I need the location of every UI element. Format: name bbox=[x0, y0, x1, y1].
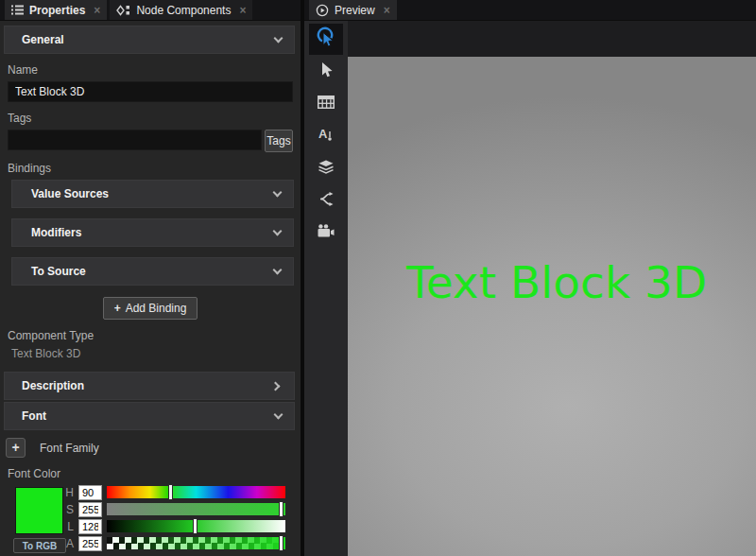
add-binding-label: Add Binding bbox=[126, 302, 187, 315]
properties-content: General Name Tags Tags Bindings Value So… bbox=[0, 21, 301, 556]
section-to-source-label: To Source bbox=[31, 265, 86, 278]
layers-tool[interactable] bbox=[310, 153, 342, 183]
node-components-icon bbox=[116, 5, 130, 16]
plus-icon: + bbox=[114, 302, 121, 315]
section-general-label: General bbox=[22, 33, 64, 46]
name-input[interactable] bbox=[8, 81, 293, 102]
interact-tool-icon bbox=[316, 26, 336, 52]
preview-viewport[interactable]: Text Block 3D bbox=[348, 57, 756, 556]
bindings-label: Bindings bbox=[8, 162, 301, 175]
tags-input[interactable] bbox=[8, 130, 262, 150]
name-label: Name bbox=[8, 63, 301, 77]
tab-preview-label: Preview bbox=[335, 4, 375, 17]
section-font-label: Font bbox=[22, 409, 46, 423]
section-modifiers[interactable]: Modifiers bbox=[11, 218, 294, 247]
lightness-label: L bbox=[65, 520, 74, 533]
hue-value-input[interactable] bbox=[78, 485, 102, 500]
component-type-value: Text Block 3D bbox=[11, 347, 301, 360]
section-value-sources-label: Value Sources bbox=[31, 187, 109, 200]
chevron-down-icon bbox=[273, 265, 283, 274]
tags-button[interactable]: Tags bbox=[265, 130, 293, 152]
hue-slider-handle[interactable] bbox=[168, 484, 173, 500]
tab-node-components-label: Node Components bbox=[136, 4, 231, 17]
add-binding-button[interactable]: +Add Binding bbox=[103, 297, 198, 320]
chevron-down-icon bbox=[273, 187, 283, 197]
saturation-channel-row: S bbox=[65, 502, 285, 516]
table-grid-icon bbox=[318, 96, 335, 113]
alpha-value-input[interactable] bbox=[78, 536, 102, 551]
lightness-slider-handle[interactable] bbox=[193, 518, 198, 534]
section-general[interactable]: General bbox=[4, 26, 295, 54]
tab-properties-label: Properties bbox=[29, 4, 85, 17]
interact-tool[interactable] bbox=[309, 24, 343, 55]
hue-slider[interactable] bbox=[107, 486, 285, 498]
lightness-value-input[interactable] bbox=[78, 519, 102, 534]
select-tool[interactable] bbox=[310, 57, 342, 87]
properties-panel: Properties × Node Components × General N… bbox=[0, 0, 301, 556]
preview-top-strip bbox=[348, 21, 756, 57]
chevron-down-icon bbox=[273, 226, 283, 235]
color-swatch[interactable] bbox=[15, 487, 63, 534]
tab-properties-close-icon[interactable]: × bbox=[94, 5, 100, 16]
preview-toolbar: A bbox=[304, 21, 348, 556]
chevron-down-icon bbox=[274, 33, 284, 43]
right-tabbar: Preview × bbox=[304, 0, 756, 21]
preview-panel: Preview × bbox=[304, 0, 756, 556]
tab-node-components-close-icon[interactable]: × bbox=[239, 5, 246, 16]
tab-preview-close-icon[interactable]: × bbox=[384, 5, 390, 16]
tab-node-components[interactable]: Node Components × bbox=[110, 0, 252, 20]
preview-main: Text Block 3D bbox=[348, 21, 756, 556]
tab-preview[interactable]: Preview × bbox=[309, 0, 397, 20]
svg-text:A: A bbox=[318, 127, 328, 141]
alpha-channel-row: A bbox=[65, 536, 285, 550]
hue-label: H bbox=[65, 486, 74, 499]
alpha-label: A bbox=[65, 537, 74, 550]
lightness-slider[interactable] bbox=[107, 520, 285, 532]
text-analyze-icon: A bbox=[318, 127, 335, 146]
hue-channel-row: H bbox=[65, 485, 285, 499]
font-family-row: + Font Family bbox=[6, 438, 301, 458]
color-channels: H S L bbox=[65, 485, 285, 550]
left-tabbar: Properties × Node Components × bbox=[0, 0, 301, 21]
font-color-label: Font Color bbox=[8, 467, 301, 480]
saturation-value-input[interactable] bbox=[78, 502, 102, 517]
play-circle-icon bbox=[316, 4, 329, 17]
font-family-label: Font Family bbox=[40, 442, 99, 455]
font-color-editor: To RGB H S bbox=[0, 485, 293, 556]
table-tool[interactable] bbox=[310, 89, 342, 119]
branch-connections-icon bbox=[318, 192, 334, 210]
lightness-channel-row: L bbox=[65, 519, 285, 533]
rendered-text-block: Text Block 3D bbox=[406, 256, 707, 308]
component-type-label: Component Type bbox=[8, 329, 301, 342]
alpha-slider-handle[interactable] bbox=[279, 535, 284, 551]
tags-label: Tags bbox=[8, 112, 301, 125]
section-to-source[interactable]: To Source bbox=[11, 257, 294, 286]
tab-properties[interactable]: Properties × bbox=[5, 0, 107, 20]
select-arrow-icon bbox=[318, 61, 334, 82]
connections-tool[interactable] bbox=[310, 185, 342, 216]
layers-icon bbox=[318, 160, 335, 178]
section-modifiers-label: Modifiers bbox=[31, 226, 81, 239]
add-font-family-button[interactable]: + bbox=[6, 438, 26, 458]
saturation-label: S bbox=[65, 503, 74, 516]
alpha-slider[interactable] bbox=[107, 537, 285, 549]
chevron-right-icon bbox=[271, 381, 281, 391]
section-description[interactable]: Description bbox=[4, 372, 295, 400]
list-icon bbox=[11, 5, 24, 15]
saturation-slider-handle[interactable] bbox=[279, 501, 284, 517]
chevron-down-icon bbox=[274, 409, 284, 419]
camera-tool[interactable] bbox=[310, 217, 342, 248]
text-tool[interactable]: A bbox=[310, 121, 342, 151]
section-description-label: Description bbox=[22, 379, 84, 392]
section-value-sources[interactable]: Value Sources bbox=[11, 180, 294, 208]
to-rgb-button[interactable]: To RGB bbox=[13, 538, 66, 553]
app-window: Properties × Node Components × General N… bbox=[0, 0, 756, 556]
camera-icon bbox=[318, 224, 335, 241]
section-font[interactable]: Font bbox=[4, 402, 295, 430]
tags-row: Tags bbox=[8, 130, 293, 152]
preview-body: A bbox=[304, 21, 756, 556]
saturation-slider[interactable] bbox=[107, 503, 285, 515]
